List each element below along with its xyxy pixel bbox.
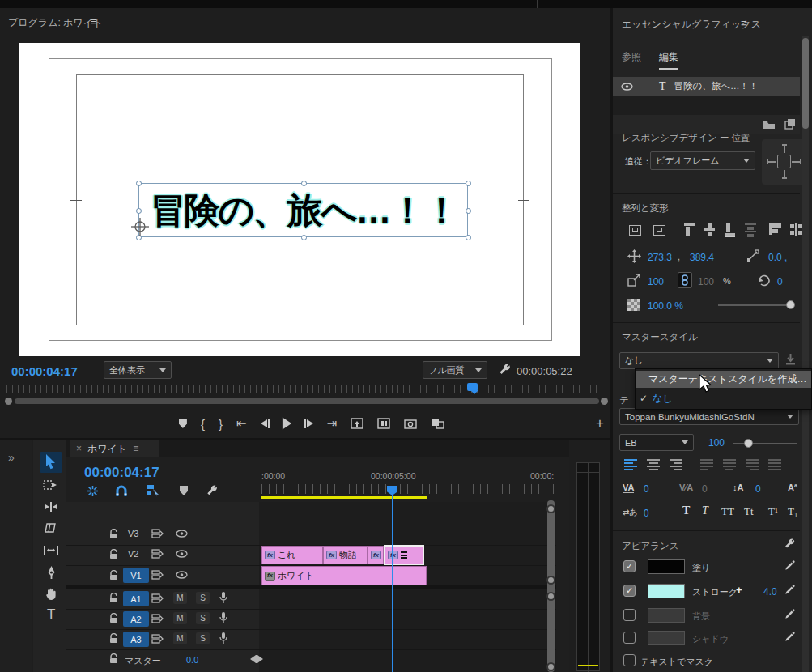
anchor-value[interactable]: 0.0 , <box>768 252 787 263</box>
follow-dropdown[interactable]: ビデオフレーム <box>650 151 755 170</box>
opacity-slider-track[interactable] <box>718 304 793 306</box>
font-size-slider-handle[interactable] <box>744 439 753 448</box>
align-text-right-button[interactable] <box>670 459 682 470</box>
lock-icon[interactable] <box>109 593 118 603</box>
scale-link-toggle[interactable] <box>678 272 692 288</box>
track-output-icon[interactable] <box>151 614 164 623</box>
justify-last-right-button[interactable] <box>746 459 759 470</box>
timeline-current-timecode[interactable]: 00:00:04:17 <box>84 465 159 481</box>
track-output-icon[interactable] <box>151 570 164 580</box>
panel-menu-icon[interactable]: ≡ <box>741 17 747 29</box>
clip-unnamed[interactable]: fx <box>368 546 384 564</box>
position-icon[interactable] <box>627 249 641 263</box>
scroll-handle[interactable] <box>546 576 555 585</box>
align-vcenter-icon[interactable] <box>704 223 715 236</box>
superscript-button[interactable]: T¹ <box>768 505 778 518</box>
scale-height-value[interactable]: 100 <box>698 276 714 287</box>
export-frame-icon[interactable] <box>404 419 417 429</box>
panel-menu-icon[interactable]: ≡ <box>133 443 138 454</box>
position-x-value[interactable]: 273.3 <box>648 252 672 263</box>
layer-row-selected[interactable]: T 冒険の、旅へ…！！ <box>613 77 800 96</box>
fill-checkbox[interactable]: ✓ <box>623 560 636 572</box>
add-stroke-icon[interactable]: + <box>736 584 742 596</box>
download-style-icon[interactable] <box>785 354 796 366</box>
track-v3-label[interactable]: V3 <box>128 529 138 538</box>
handle-bottom-left[interactable] <box>136 235 142 240</box>
ripple-edit-tool-icon[interactable] <box>43 500 59 513</box>
track-output-icon[interactable] <box>151 529 164 538</box>
mic-icon[interactable] <box>219 591 228 604</box>
track-output-icon[interactable] <box>151 634 164 644</box>
mute-button[interactable]: M <box>173 632 187 644</box>
solo-button[interactable]: S <box>196 592 210 604</box>
font-style-dropdown[interactable]: EB <box>619 434 694 451</box>
align-hcenter-icon[interactable] <box>790 223 802 236</box>
tab-browse[interactable]: 参照 <box>622 50 641 64</box>
settings-wrench-icon[interactable] <box>498 363 512 377</box>
master-level-value[interactable]: 0.0 <box>186 655 198 665</box>
justify-all-button[interactable] <box>768 459 781 470</box>
subscript-button[interactable]: T₁ <box>788 505 797 518</box>
font-family-dropdown[interactable]: Toppan BunkyuMidashiGoStdN <box>619 408 799 425</box>
eye-icon[interactable] <box>621 83 633 91</box>
mark-out-icon[interactable]: } <box>219 417 223 431</box>
shadow-checkbox[interactable] <box>623 632 636 644</box>
opacity-icon[interactable] <box>627 299 640 311</box>
scrollbar-right-handle[interactable] <box>601 398 608 405</box>
handle-top-center[interactable] <box>301 181 307 186</box>
timeline-playhead-line[interactable] <box>392 491 393 672</box>
eye-icon[interactable] <box>176 530 188 538</box>
track-v2-label[interactable]: V2 <box>128 549 138 559</box>
scroll-handle[interactable] <box>546 662 555 671</box>
lock-icon[interactable] <box>109 529 118 539</box>
scroll-handle[interactable] <box>546 592 555 601</box>
tsume-value[interactable]: 0 <box>644 508 649 519</box>
all-caps-button[interactable]: TT <box>721 505 734 518</box>
nest-sequence-icon[interactable] <box>87 485 99 497</box>
add-marker-icon[interactable] <box>179 419 187 428</box>
stroke-width-value[interactable]: 4.0 <box>763 586 777 598</box>
step-forward-icon[interactable] <box>304 419 313 428</box>
opacity-value[interactable]: 100.0 % <box>648 300 683 312</box>
solo-button[interactable]: S <box>196 632 210 644</box>
leading-value[interactable]: 0 <box>755 483 761 495</box>
lock-icon[interactable] <box>109 549 118 559</box>
sequence-tab[interactable]: × ホワイト ≡ <box>70 440 159 457</box>
new-folder-icon[interactable] <box>763 120 776 130</box>
track-v1-target-chip[interactable]: V1 <box>123 568 149 583</box>
faux-bold-button[interactable]: T <box>682 504 690 517</box>
linked-selection-icon[interactable] <box>146 484 160 497</box>
rotation-value[interactable]: 0 <box>777 276 783 287</box>
clip-selected-graphic[interactable]: fx <box>384 545 424 565</box>
mic-icon[interactable] <box>219 611 228 624</box>
text-bounding-box[interactable]: 冒険の、旅へ…！！ <box>138 183 468 237</box>
pen-tool-icon[interactable] <box>45 565 58 580</box>
align-left-icon[interactable] <box>769 223 781 235</box>
handle-top-right[interactable] <box>466 181 471 186</box>
master-style-dropdown[interactable]: なし <box>619 352 779 369</box>
keyframe-nav-icon[interactable] <box>246 655 267 663</box>
eg-scrollbar-thumb[interactable] <box>802 38 809 129</box>
position-y-value[interactable]: 389.4 <box>690 252 714 263</box>
anchor-point-icon[interactable] <box>131 218 149 236</box>
step-back-icon[interactable] <box>261 419 270 428</box>
eyedropper-icon[interactable] <box>784 608 796 619</box>
go-to-in-icon[interactable]: ⇤ <box>236 416 247 431</box>
small-caps-button[interactable]: Tt <box>744 505 754 518</box>
hand-tool-icon[interactable] <box>45 587 58 602</box>
track-group-divider[interactable] <box>66 585 556 589</box>
lock-icon[interactable] <box>109 633 118 644</box>
opacity-slider-handle[interactable] <box>786 300 795 309</box>
shadow-color-swatch[interactable] <box>648 631 685 645</box>
handle-mid-right[interactable] <box>466 208 471 214</box>
mute-button[interactable]: M <box>173 592 187 604</box>
align-h-frame-icon[interactable] <box>629 225 641 236</box>
mute-button[interactable]: M <box>173 612 187 624</box>
razor-tool-icon[interactable] <box>44 522 58 536</box>
add-button-icon[interactable]: + <box>596 415 604 432</box>
eg-scrollbar-track[interactable] <box>802 36 809 672</box>
fill-color-swatch[interactable] <box>648 559 685 574</box>
anchor-point-icon[interactable] <box>746 249 759 262</box>
mark-in-icon[interactable]: { <box>201 417 205 431</box>
eyedropper-icon[interactable] <box>784 584 796 595</box>
